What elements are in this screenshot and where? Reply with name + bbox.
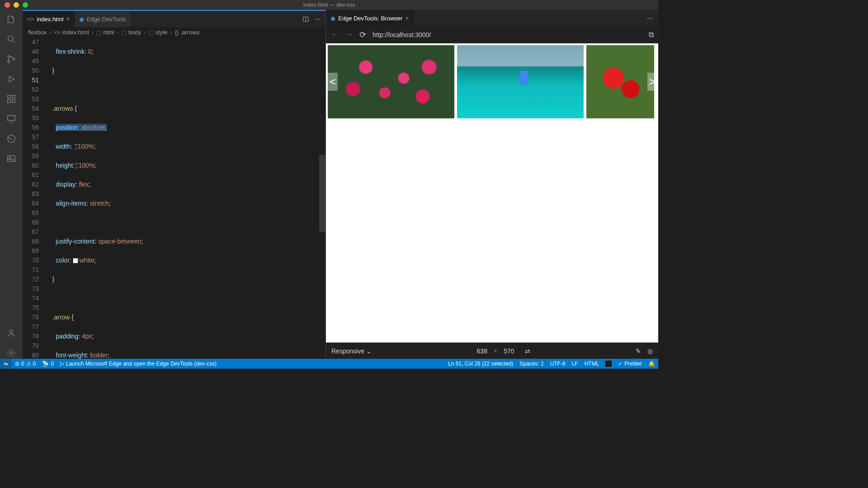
svg-point-12 xyxy=(9,330,13,333)
more-actions-icon[interactable]: ⋯ xyxy=(647,15,653,22)
tab-edge-devtools[interactable]: ◉ Edge DevTools xyxy=(75,11,131,27)
tab-index-html[interactable]: <> index.html × xyxy=(23,11,75,27)
carousel-image-catamaran xyxy=(457,45,584,118)
maximize-window-button[interactable] xyxy=(23,2,28,8)
close-icon[interactable]: × xyxy=(405,14,409,22)
status-spaces[interactable]: Spaces: 2 xyxy=(516,361,547,367)
search-icon[interactable] xyxy=(5,33,17,45)
svg-point-9 xyxy=(8,135,15,143)
screencast-icon xyxy=(605,361,612,367)
explorer-icon[interactable] xyxy=(5,14,17,25)
images-icon[interactable] xyxy=(5,153,17,164)
source-control-icon[interactable] xyxy=(5,53,17,65)
remote-button[interactable]: ⇋ xyxy=(0,359,12,369)
play-icon: ▷ xyxy=(60,361,64,367)
editor-tabs: <> index.html × ◉ Edge DevTools ⋯ xyxy=(23,11,326,27)
crumb-selector[interactable]: {}.arrows xyxy=(175,29,200,36)
status-screencast[interactable] xyxy=(602,361,615,367)
status-eol[interactable]: LF xyxy=(569,361,581,367)
error-icon: ⊘ xyxy=(15,361,19,367)
code-content[interactable]: flex-shrink: 0; } .arrows { position: ab… xyxy=(45,38,326,359)
status-encoding[interactable]: UTF-8 xyxy=(547,361,569,367)
selector-icon: {} xyxy=(175,29,179,36)
crumb-body[interactable]: ⬚body xyxy=(122,29,141,36)
tab-label: Edge DevTools xyxy=(87,16,126,23)
activity-bar xyxy=(0,10,23,359)
status-port[interactable]: 📡0 xyxy=(39,361,57,367)
tab-edge-browser[interactable]: ◉ Edge DevTools: Browser × xyxy=(326,10,414,26)
run-debug-icon[interactable] xyxy=(5,73,17,85)
split-editor-icon[interactable] xyxy=(303,16,309,22)
viewport-height[interactable]: 570 xyxy=(504,347,514,355)
svg-point-0 xyxy=(8,36,13,41)
status-launch[interactable]: ▷Launch Microsoft Edge and open the Edge… xyxy=(57,361,220,367)
svg-point-3 xyxy=(13,58,15,61)
status-bar: ⇋ ⊘0 ⚠0 📡0 ▷Launch Microsoft Edge and op… xyxy=(0,359,658,369)
svg-rect-7 xyxy=(12,100,15,103)
tab-label: index.html xyxy=(37,16,63,23)
carousel-next-button[interactable]: > xyxy=(647,73,657,91)
edit-icon[interactable]: ✎ xyxy=(636,347,641,355)
warning-icon: ⚠ xyxy=(26,361,31,367)
svg-point-1 xyxy=(8,56,10,58)
target-icon[interactable]: ◎ xyxy=(647,347,653,355)
rotate-icon[interactable]: ⇄ xyxy=(525,347,530,355)
chevron-down-icon: ⌄ xyxy=(366,347,372,355)
svg-rect-6 xyxy=(8,100,10,103)
edge-icon: ◉ xyxy=(330,15,335,22)
scrollbar-thumb[interactable] xyxy=(319,155,326,232)
remote-explorer-icon[interactable] xyxy=(5,113,17,125)
carousel-image-tulips xyxy=(328,45,454,118)
traffic-lights xyxy=(0,2,28,8)
url-bar[interactable]: http://localhost:3000/ xyxy=(373,31,642,38)
svg-rect-5 xyxy=(12,95,15,98)
svg-rect-4 xyxy=(8,95,10,98)
carousel-prev-button[interactable]: < xyxy=(328,73,338,91)
browser-toolbar: ← → ⟳ http://localhost:3000/ ⧉ xyxy=(326,26,658,43)
window-title: index.html — dev-css xyxy=(303,2,355,8)
more-actions-icon[interactable]: ⋯ xyxy=(314,16,320,23)
back-button[interactable]: ← xyxy=(330,30,339,39)
tag-icon: ⬚ xyxy=(96,29,101,36)
account-icon[interactable] xyxy=(5,327,17,339)
tab-label: Edge DevTools: Browser xyxy=(338,15,402,22)
crumb-style[interactable]: ⬚style xyxy=(149,29,168,36)
minimize-window-button[interactable] xyxy=(14,2,19,8)
svg-point-13 xyxy=(10,352,13,354)
browser-viewport[interactable]: < > xyxy=(326,43,658,343)
inspect-icon[interactable]: ⧉ xyxy=(649,31,654,39)
svg-rect-8 xyxy=(8,116,15,121)
tag-icon: ⬚ xyxy=(122,29,127,36)
close-window-button[interactable] xyxy=(5,2,10,8)
status-prettier[interactable]: ✓ Prettier xyxy=(615,361,645,367)
status-errors[interactable]: ⊘0 ⚠0 xyxy=(12,361,39,367)
edge-icon: ◉ xyxy=(79,16,84,23)
forward-button[interactable]: → xyxy=(345,30,353,39)
code-editor[interactable]: 4748495051525354555657585960616263646566… xyxy=(23,38,326,359)
crumb-html[interactable]: ⬚html xyxy=(96,29,114,36)
status-bell-icon[interactable]: 🔔 xyxy=(645,361,658,367)
html-file-icon: <> xyxy=(27,16,34,23)
crumb-file[interactable]: <>index.html xyxy=(54,29,89,36)
breadcrumbs[interactable]: flexbox › <>index.html › ⬚html › ⬚body ›… xyxy=(23,27,326,38)
close-icon[interactable]: × xyxy=(66,15,70,23)
status-cursor[interactable]: Ln 51, Col 28 (22 selected) xyxy=(445,361,516,367)
status-language[interactable]: HTML xyxy=(581,361,603,367)
remote-icon: ⇋ xyxy=(4,361,8,367)
responsive-dropdown[interactable]: Responsive ⌄ xyxy=(331,347,372,355)
edge-icon[interactable] xyxy=(5,133,17,145)
dimension-separator: × xyxy=(494,347,497,355)
reload-button[interactable]: ⟳ xyxy=(359,30,366,40)
viewport-width[interactable]: 638 xyxy=(477,347,487,355)
html-file-icon: <> xyxy=(54,29,61,36)
crumb-folder[interactable]: flexbox xyxy=(28,29,47,36)
browser-tabs: ◉ Edge DevTools: Browser × ⋯ xyxy=(326,10,658,26)
extensions-icon[interactable] xyxy=(5,93,17,105)
titlebar: index.html — dev-css xyxy=(0,0,658,10)
tag-icon: ⬚ xyxy=(149,29,154,36)
color-swatch-white[interactable] xyxy=(73,258,78,263)
svg-point-2 xyxy=(8,61,10,63)
responsive-toolbar: Responsive ⌄ 638 × 570 ⇄ ✎ ◎ xyxy=(326,343,658,359)
settings-icon[interactable] xyxy=(5,347,17,359)
browser-panel: ◉ Edge DevTools: Browser × ⋯ ← → ⟳ http:… xyxy=(326,10,658,359)
